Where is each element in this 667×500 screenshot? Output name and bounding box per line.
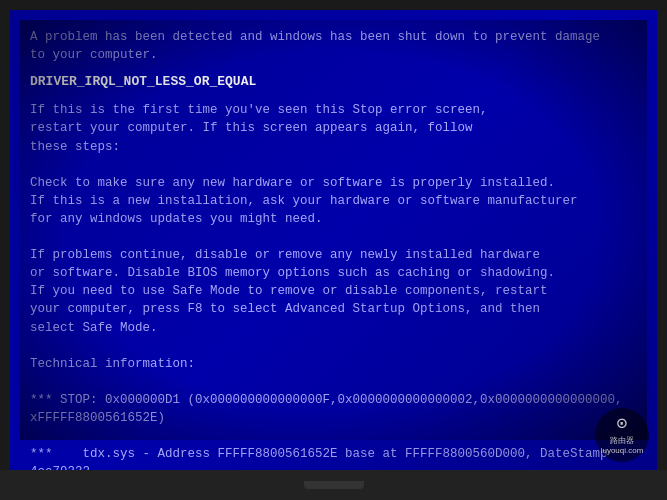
bsod-stop-code: *** STOP: 0x000000D1 (0x000000000000000F… (30, 391, 637, 427)
bsod-paragraph2: Check to make sure any new hardware or s… (30, 174, 637, 228)
bsod-paragraph3: If problems continue, disable or remove … (30, 246, 637, 337)
monitor-frame: A problem has been detected and windows … (0, 0, 667, 500)
error-code: DRIVER_IRQL_NOT_LESS_OR_EQUAL (30, 74, 637, 89)
watermark-text: 路由器luyouqi.com (601, 435, 644, 455)
bsod-tech-header: Technical information: (30, 355, 637, 373)
monitor-bottom (0, 470, 667, 500)
bsod-paragraph1: If this is the first time you've seen th… (30, 101, 637, 155)
watermark-icon: ⊙ (617, 415, 628, 433)
monitor-stand (304, 481, 364, 489)
bsod-line1: A problem has been detected and windows … (30, 28, 637, 64)
bsod-screen: A problem has been detected and windows … (10, 10, 657, 470)
bsod-driver-info: *** tdx.sys - Address FFFFF8800561652E b… (30, 445, 637, 470)
watermark-badge: ⊙ 路由器luyouqi.com (595, 408, 649, 462)
